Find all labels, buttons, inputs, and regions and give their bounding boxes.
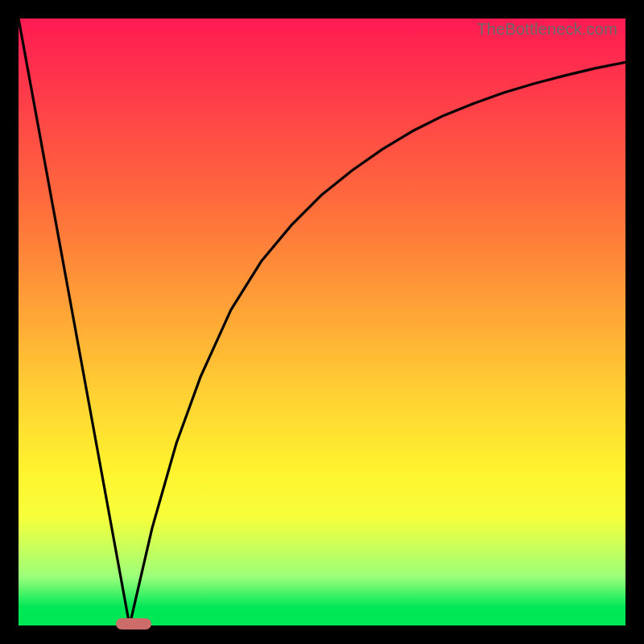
plot-area: TheBottleneck.com bbox=[19, 19, 625, 625]
optimum-marker bbox=[116, 618, 151, 630]
bottleneck-curve bbox=[19, 19, 625, 625]
chart-frame: TheBottleneck.com bbox=[0, 0, 644, 644]
